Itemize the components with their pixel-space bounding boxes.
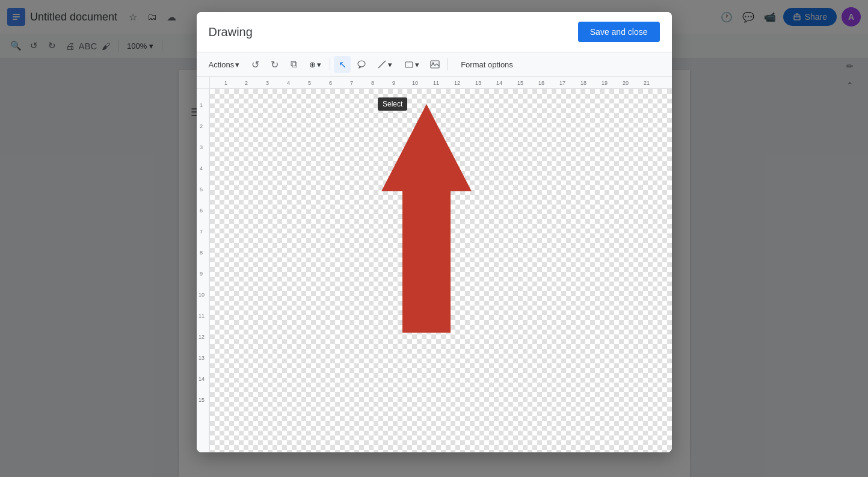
speech-bubble-button[interactable] bbox=[353, 56, 370, 73]
vertical-ruler: 1 2 3 4 5 6 7 8 9 10 11 12 13 14 bbox=[197, 89, 210, 452]
svg-text:12: 12 bbox=[199, 334, 205, 340]
svg-text:17: 17 bbox=[559, 80, 565, 86]
svg-text:15: 15 bbox=[517, 80, 523, 86]
svg-text:3: 3 bbox=[266, 80, 269, 86]
svg-text:19: 19 bbox=[602, 80, 608, 86]
svg-text:10: 10 bbox=[199, 292, 205, 298]
drawing-toolbar: Actions ▾ ↺ ↻ ⧉ ⊕ ▾ ↖ ▾ bbox=[197, 52, 672, 77]
svg-text:14: 14 bbox=[199, 376, 205, 382]
shapes-tool-button[interactable]: ▾ bbox=[399, 57, 424, 72]
svg-text:6: 6 bbox=[329, 80, 332, 86]
svg-point-5 bbox=[358, 61, 365, 67]
svg-text:12: 12 bbox=[454, 80, 460, 86]
svg-text:11: 11 bbox=[199, 313, 205, 319]
format-options-button[interactable]: Format options bbox=[456, 58, 518, 72]
redo-draw-button[interactable]: ↻ bbox=[266, 56, 283, 73]
select-tool-button[interactable]: ↖ bbox=[334, 56, 351, 73]
svg-rect-8 bbox=[431, 61, 439, 68]
line-tool-button[interactable]: ▾ bbox=[372, 57, 397, 72]
svg-text:7: 7 bbox=[350, 80, 353, 86]
svg-text:1: 1 bbox=[224, 80, 227, 86]
svg-text:7: 7 bbox=[200, 229, 203, 235]
svg-text:9: 9 bbox=[392, 80, 395, 86]
dialog-header: Drawing Save and close bbox=[197, 12, 672, 52]
svg-text:3: 3 bbox=[200, 144, 203, 150]
svg-rect-7 bbox=[405, 62, 413, 67]
actions-button[interactable]: Actions ▾ bbox=[204, 58, 245, 72]
svg-text:2: 2 bbox=[245, 80, 248, 86]
dialog-overlay: Drawing Save and close Actions ▾ ↺ ↻ ⧉ ⊕… bbox=[0, 0, 868, 477]
toolbar-sep1 bbox=[330, 58, 330, 70]
canvas-row: 1 2 3 4 5 6 7 8 9 10 11 12 13 14 bbox=[197, 89, 672, 452]
svg-line-6 bbox=[378, 61, 386, 68]
svg-text:8: 8 bbox=[200, 250, 203, 256]
svg-text:9: 9 bbox=[200, 271, 203, 277]
zoom-draw-chevron: ▾ bbox=[317, 60, 321, 69]
svg-text:4: 4 bbox=[200, 165, 203, 171]
svg-text:16: 16 bbox=[538, 80, 544, 86]
svg-text:4: 4 bbox=[287, 80, 290, 86]
drawing-canvas[interactable] bbox=[210, 89, 672, 452]
svg-text:14: 14 bbox=[496, 80, 502, 86]
zoom-draw-button[interactable]: ⊕ ▾ bbox=[304, 58, 326, 72]
svg-text:18: 18 bbox=[580, 80, 586, 86]
svg-text:21: 21 bbox=[644, 80, 650, 86]
shapes-chevron: ▾ bbox=[415, 60, 419, 69]
horizontal-ruler: 1 2 3 4 5 6 7 8 9 10 11 12 13 14 bbox=[210, 77, 672, 89]
svg-text:2: 2 bbox=[200, 123, 203, 129]
toolbar-sep2 bbox=[447, 58, 448, 70]
canvas-container: 1 2 3 4 5 6 7 8 9 10 11 12 13 14 bbox=[197, 77, 672, 452]
ruler-row: 1 2 3 4 5 6 7 8 9 10 11 12 13 14 bbox=[197, 77, 672, 89]
svg-text:11: 11 bbox=[433, 80, 439, 86]
drawing-dialog: Drawing Save and close Actions ▾ ↺ ↻ ⧉ ⊕… bbox=[197, 12, 672, 452]
dialog-title: Drawing bbox=[209, 25, 253, 39]
ruler-corner bbox=[197, 77, 210, 89]
actions-chevron-icon: ▾ bbox=[235, 60, 239, 69]
svg-text:20: 20 bbox=[623, 80, 629, 86]
svg-marker-48 bbox=[381, 104, 472, 333]
svg-text:15: 15 bbox=[199, 397, 205, 403]
save-and-close-button[interactable]: Save and close bbox=[578, 22, 660, 42]
svg-text:1: 1 bbox=[200, 102, 203, 108]
duplicate-button[interactable]: ⧉ bbox=[285, 56, 302, 73]
undo-draw-button[interactable]: ↺ bbox=[247, 56, 263, 73]
svg-text:6: 6 bbox=[200, 208, 203, 214]
svg-text:10: 10 bbox=[412, 80, 418, 86]
svg-text:5: 5 bbox=[308, 80, 311, 86]
line-chevron: ▾ bbox=[388, 60, 392, 69]
arrow-drawing bbox=[366, 98, 487, 357]
svg-text:13: 13 bbox=[199, 355, 205, 361]
svg-text:13: 13 bbox=[475, 80, 481, 86]
image-tool-button[interactable] bbox=[426, 56, 443, 73]
svg-text:5: 5 bbox=[200, 186, 203, 192]
svg-text:8: 8 bbox=[371, 80, 374, 86]
